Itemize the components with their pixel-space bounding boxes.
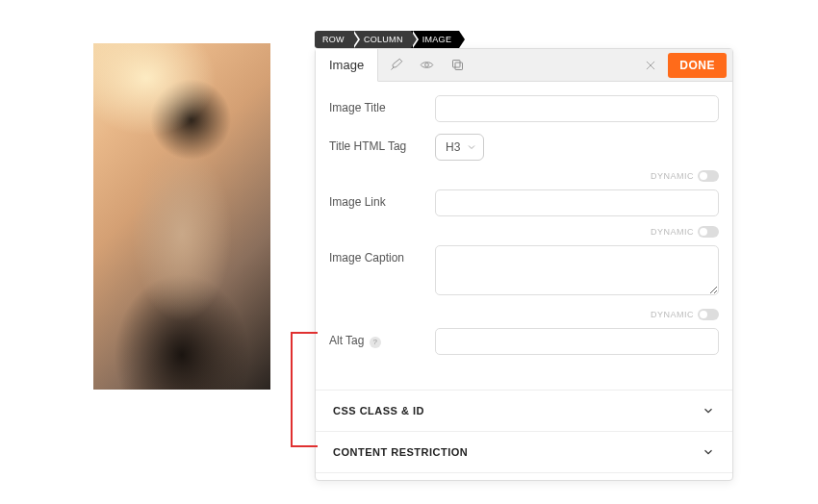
image-link-dynamic-toggle[interactable] — [698, 170, 719, 182]
accordion-css-class-id[interactable]: CSS CLASS & ID — [316, 390, 732, 431]
dynamic-label: DYNAMIC — [651, 227, 694, 237]
copy-icon[interactable] — [444, 52, 471, 79]
accordion-tooltip[interactable]: TOOLTIP — [316, 472, 732, 480]
help-icon[interactable]: ? — [370, 337, 381, 348]
image-link-label: Image Link — [329, 189, 425, 209]
panel-body: Image Title Title HTML Tag H3 DYNAMIC Im… — [316, 82, 732, 480]
image-link-input[interactable] — [435, 189, 719, 216]
image-link-dynamic: DYNAMIC — [651, 170, 719, 182]
breadcrumb-row[interactable]: ROW — [315, 31, 352, 48]
dynamic-label: DYNAMIC — [651, 310, 694, 319]
accordion-label: CONTENT RESTRICTION — [333, 446, 468, 458]
settings-panel: Image DONE Image Title Title HTML Tag — [315, 48, 733, 481]
eye-icon[interactable] — [413, 52, 440, 79]
alt-tag-label: Alt Tag ? — [329, 328, 425, 348]
chevron-down-icon — [702, 445, 715, 459]
close-icon[interactable] — [637, 52, 664, 79]
alt-tag-dynamic-toggle[interactable] — [698, 309, 719, 320]
chevron-down-icon — [702, 404, 715, 417]
image-caption-dynamic: DYNAMIC — [651, 226, 719, 238]
title-tag-select[interactable]: H3 — [435, 134, 484, 161]
breadcrumb: ROW COLUMN IMAGE — [315, 31, 459, 48]
image-title-input[interactable] — [435, 95, 719, 122]
canvas-preview-image[interactable] — [93, 43, 270, 390]
tab-image[interactable]: Image — [316, 49, 378, 82]
breadcrumb-column[interactable]: COLUMN — [352, 31, 411, 48]
image-caption-label: Image Caption — [329, 245, 425, 265]
panel-header: Image DONE — [316, 49, 732, 82]
highlight-marker — [291, 332, 318, 447]
svg-rect-1 — [455, 63, 463, 70]
dynamic-label: DYNAMIC — [651, 171, 694, 181]
image-caption-dynamic-toggle[interactable] — [698, 226, 719, 238]
image-title-label: Image Title — [329, 95, 425, 114]
image-caption-input[interactable] — [435, 245, 719, 295]
brush-icon[interactable] — [382, 52, 409, 79]
svg-rect-2 — [452, 61, 460, 68]
title-tag-value: H3 — [446, 140, 460, 154]
svg-point-0 — [424, 63, 428, 67]
chevron-down-icon — [466, 141, 477, 153]
accordion-content-restriction[interactable]: CONTENT RESTRICTION — [316, 431, 732, 472]
alt-tag-dynamic: DYNAMIC — [651, 309, 719, 320]
accordion-label: CSS CLASS & ID — [333, 405, 424, 416]
title-tag-label: Title HTML Tag — [329, 134, 425, 153]
alt-tag-input[interactable] — [435, 328, 719, 355]
done-button[interactable]: DONE — [668, 53, 727, 78]
